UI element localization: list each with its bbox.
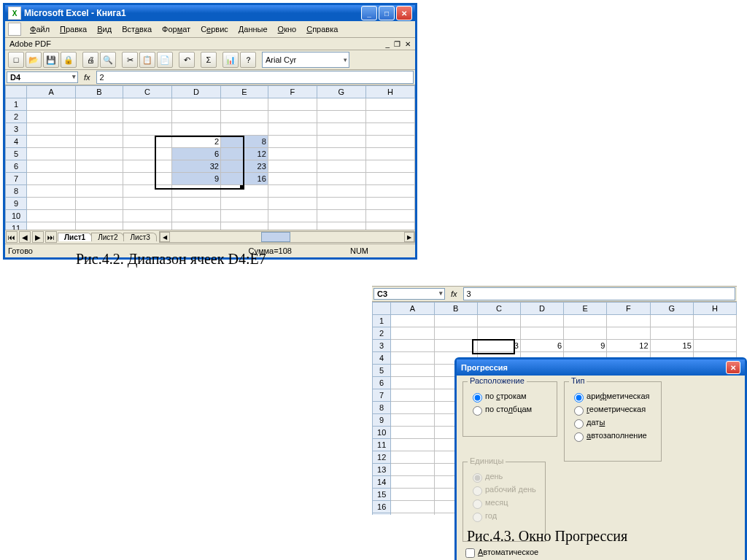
menu-insert[interactable]: Вставка — [117, 23, 156, 35]
row-6[interactable]: 6 — [6, 160, 27, 173]
dialog-titlebar[interactable]: Прогрессия ✕ — [457, 359, 745, 376]
col-F[interactable]: F — [268, 86, 317, 98]
chart-icon[interactable]: 📊 — [222, 52, 239, 68]
radio-arith[interactable]: арифметическая — [570, 391, 655, 402]
menubar: Файл Правка Вид Вставка Формат Сервис Да… — [5, 21, 415, 38]
radio-autofill[interactable]: автозаполнение — [570, 430, 655, 442]
radio-by-cols[interactable]: по столбцам — [469, 404, 551, 416]
save-icon[interactable]: 💾 — [43, 52, 59, 68]
standard-toolbar: □ 📂 💾 🔒 🖨 🔍 ✂ 📋 📄 ↶ Σ 📊 ？ Arial Cyr — [5, 50, 415, 70]
select-all[interactable] — [6, 86, 27, 98]
formula-bar[interactable]: 2 — [96, 71, 414, 84]
menu-help[interactable]: Справка — [302, 23, 342, 35]
row-10[interactable]: 10 — [6, 210, 27, 222]
col-E[interactable]: E — [221, 86, 268, 98]
open-icon[interactable]: 📂 — [26, 52, 42, 68]
radio-day: день — [469, 471, 539, 483]
sheet-tab-3[interactable]: Лист3 — [123, 233, 156, 241]
col-G[interactable]: G — [317, 86, 365, 98]
name-box-2[interactable]: C3 — [374, 288, 445, 300]
dialog-close-button[interactable]: ✕ — [726, 361, 740, 374]
caption-2: Рис.4.3. Окно Прогрессия — [467, 528, 627, 545]
radio-workday: рабочий день — [469, 484, 539, 496]
close-button[interactable]: ✕ — [396, 6, 412, 20]
dialog-title: Прогрессия — [461, 363, 508, 372]
scroll-thumb[interactable] — [261, 232, 290, 242]
group-location: Расположение по строкам по столбцам — [462, 381, 557, 437]
radio-dates[interactable]: даты — [570, 417, 655, 429]
spreadsheet-grid[interactable]: A B C D E F G H 1 2 3 428 5612 63223 791… — [5, 85, 415, 230]
copy-icon[interactable]: 📋 — [139, 52, 155, 68]
inner-minimize[interactable]: _ — [385, 40, 390, 48]
sheet-tab-1[interactable]: Лист1 — [58, 233, 92, 241]
col-H[interactable]: H — [365, 86, 414, 98]
fill-handle[interactable] — [240, 185, 244, 189]
menu-file[interactable]: Файл — [26, 23, 54, 35]
row-2[interactable]: 2 — [6, 111, 27, 123]
font-selector[interactable]: Arial Cyr — [262, 52, 349, 68]
paste-icon[interactable]: 📄 — [157, 52, 173, 68]
col2-F[interactable]: F — [607, 303, 650, 315]
col-C[interactable]: C — [123, 86, 171, 98]
col2-A[interactable]: A — [391, 303, 434, 315]
col-D[interactable]: D — [171, 86, 220, 98]
col2-C[interactable]: C — [477, 303, 520, 315]
h-scrollbar[interactable]: ◀ ▶ — [159, 231, 415, 243]
name-box[interactable]: D4 — [7, 71, 78, 83]
preview-icon[interactable]: 🔍 — [100, 52, 116, 68]
col-B[interactable]: B — [76, 86, 123, 98]
col2-E[interactable]: E — [564, 303, 607, 315]
menu-edit[interactable]: Правка — [55, 23, 91, 35]
check-autostep[interactable]: Автоматическое определение шага — [462, 546, 557, 560]
row-1[interactable]: 1 — [6, 98, 27, 111]
menu-format[interactable]: Формат — [158, 23, 195, 35]
tab-last-icon[interactable]: ⏭ — [45, 231, 57, 243]
row-9[interactable]: 9 — [6, 198, 27, 210]
tab-first-icon[interactable]: ⏮ — [6, 231, 18, 243]
maximize-button[interactable]: □ — [379, 6, 395, 20]
row-8[interactable]: 8 — [6, 185, 27, 198]
row-4[interactable]: 4 — [6, 136, 27, 148]
adobe-toolbar: Adobe PDF _ ❐ ✕ — [5, 38, 415, 50]
radio-geom[interactable]: геометрическая — [570, 404, 655, 416]
window-title: Microsoft Excel - Книга1 — [24, 8, 126, 18]
menu-window[interactable]: Окно — [274, 23, 301, 35]
formula-bar-2[interactable]: 3 — [463, 287, 735, 300]
inner-close[interactable]: ✕ — [405, 40, 411, 48]
titlebar[interactable]: X Microsoft Excel - Книга1 _ □ ✕ — [5, 5, 415, 21]
undo-icon[interactable]: ↶ — [179, 52, 195, 68]
radio-year: год — [469, 510, 539, 522]
inner-restore[interactable]: ❐ — [394, 40, 400, 48]
perm-icon[interactable]: 🔒 — [61, 52, 77, 68]
col2-B[interactable]: B — [434, 303, 477, 315]
fx-label: fx — [84, 73, 90, 82]
col2-H[interactable]: H — [693, 303, 736, 315]
row-3[interactable]: 3 — [6, 123, 27, 136]
radio-by-rows[interactable]: по строкам — [469, 391, 551, 402]
new-icon[interactable]: □ — [8, 52, 24, 68]
row-5[interactable]: 5 — [6, 148, 27, 160]
tab-next-icon[interactable]: ▶ — [32, 231, 44, 243]
scroll-left-icon[interactable]: ◀ — [160, 232, 170, 242]
radio-month: месяц — [469, 497, 539, 509]
minimize-button[interactable]: _ — [361, 6, 377, 20]
row-7[interactable]: 7 — [6, 173, 27, 185]
print-icon[interactable]: 🖨 — [82, 52, 98, 68]
menu-view[interactable]: Вид — [93, 23, 116, 35]
select-all-2[interactable] — [373, 303, 391, 315]
help-icon[interactable]: ？ — [240, 52, 256, 68]
menu-data[interactable]: Данные — [234, 23, 272, 35]
cut-icon[interactable]: ✂ — [122, 52, 138, 68]
col2-D[interactable]: D — [520, 303, 563, 315]
sheet-tab-2[interactable]: Лист2 — [91, 233, 124, 241]
scroll-right-icon[interactable]: ▶ — [404, 232, 414, 242]
row-11[interactable]: 11 — [6, 222, 27, 230]
adobe-label[interactable]: Adobe PDF — [9, 39, 51, 48]
col2-G[interactable]: G — [650, 303, 693, 315]
sum-icon[interactable]: Σ — [201, 52, 217, 68]
status-ready: Готово — [8, 246, 33, 255]
menu-tools[interactable]: Сервис — [196, 23, 233, 35]
col-A[interactable]: A — [27, 86, 76, 98]
group-type: Тип арифметическая геометрическая даты а… — [564, 381, 662, 462]
tab-prev-icon[interactable]: ◀ — [19, 231, 31, 243]
